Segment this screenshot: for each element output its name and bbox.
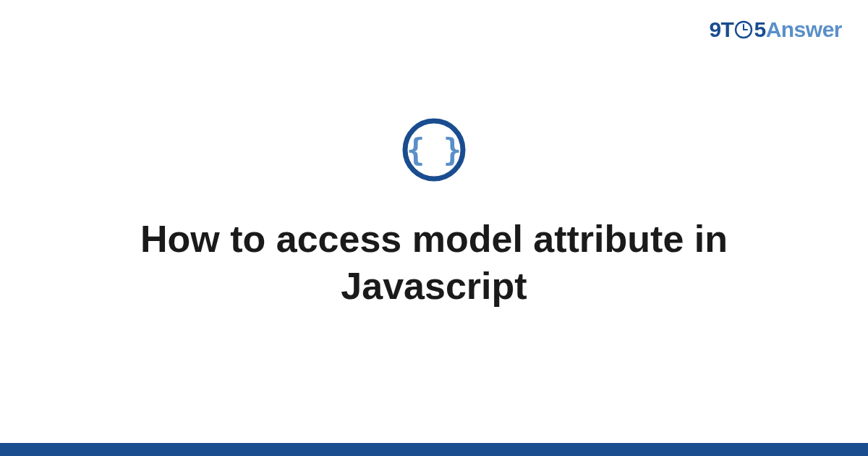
brand-part-answer: Answer <box>766 17 842 42</box>
main-content: { } How to access model attribute in Jav… <box>0 0 868 456</box>
brand-logo: 9T 5 Answer <box>709 17 842 42</box>
curly-braces-icon: { } <box>401 117 467 185</box>
svg-text:{ }: { } <box>407 132 461 168</box>
brand-part-9t: 9T <box>709 17 733 42</box>
brand-part-5: 5 <box>754 17 765 42</box>
clock-icon <box>734 20 753 39</box>
page-title: How to access model attribute in Javascr… <box>72 216 796 310</box>
footer-accent-bar <box>0 443 868 456</box>
